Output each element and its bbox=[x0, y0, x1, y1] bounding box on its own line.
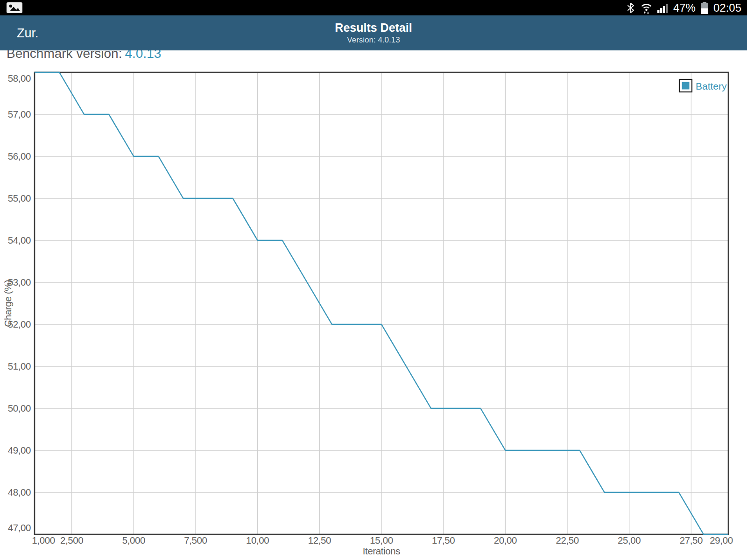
y-tick-label: 50,00 bbox=[8, 403, 31, 413]
status-bar-left bbox=[6, 1, 23, 14]
x-tick-label: 1,000 bbox=[32, 535, 55, 546]
x-tick-label: 20,00 bbox=[494, 535, 517, 546]
x-tick-label: 29,00 bbox=[710, 535, 733, 546]
status-bar: 47% 02:05 bbox=[0, 0, 747, 15]
y-tick-label: 47,00 bbox=[8, 522, 31, 533]
image-notification-icon bbox=[6, 1, 23, 14]
x-tick-label: 27,50 bbox=[680, 535, 703, 546]
page-title: Results Detail bbox=[335, 21, 412, 35]
battery-icon bbox=[700, 1, 709, 14]
y-axis-title: Charge (%) bbox=[2, 280, 13, 327]
status-bar-right: 47% 02:05 bbox=[621, 0, 741, 15]
x-tick-label: 25,00 bbox=[618, 535, 641, 546]
x-tick-label: 22,50 bbox=[556, 535, 578, 546]
y-tick-label: 49,00 bbox=[8, 445, 31, 455]
y-tick-label: 57,00 bbox=[8, 109, 31, 119]
x-axis-title: Iterations bbox=[363, 546, 400, 556]
signal-strength-icon bbox=[657, 2, 669, 14]
x-tick-label: 2,500 bbox=[60, 535, 83, 546]
x-tick-label: 15,00 bbox=[370, 535, 393, 546]
header-titles: Results Detail Version: 4.0.13 bbox=[0, 15, 747, 50]
x-tick-label: 7,500 bbox=[184, 535, 207, 546]
bluetooth-icon bbox=[626, 2, 636, 14]
y-tick-label: 51,00 bbox=[8, 361, 31, 371]
status-time: 02:05 bbox=[713, 0, 741, 15]
legend-swatch bbox=[682, 82, 690, 90]
app-header: Zur. Results Detail Version: 4.0.13 bbox=[0, 15, 747, 50]
x-tick-label: 17,50 bbox=[432, 535, 455, 546]
screen: 47% 02:05 Zur. Results Detail Version: 4… bbox=[0, 0, 747, 560]
x-tick-label: 10,00 bbox=[246, 535, 269, 546]
wifi-icon bbox=[640, 2, 653, 14]
y-tick-label: 55,00 bbox=[8, 193, 31, 203]
y-tick-label: 54,00 bbox=[8, 235, 31, 245]
page-subtitle: Version: 4.0.13 bbox=[347, 35, 400, 45]
y-tick-label: 56,00 bbox=[8, 151, 31, 161]
battery-percent: 47% bbox=[673, 0, 696, 15]
legend-label: Battery bbox=[696, 81, 727, 91]
x-tick-label: 12,50 bbox=[308, 535, 331, 546]
x-tick-label: 5,000 bbox=[122, 535, 145, 546]
y-tick-label: 48,00 bbox=[8, 487, 31, 497]
y-tick-label: 58,00 bbox=[8, 73, 31, 84]
battery-chart[interactable]: 1,0002,5005,0007,50010,0012,5015,0017,50… bbox=[0, 0, 747, 560]
